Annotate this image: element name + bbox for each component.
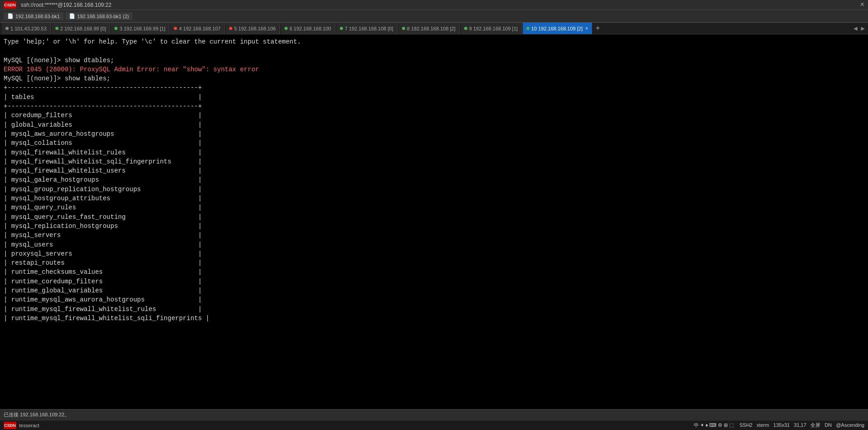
add-tab-button[interactable]: + — [593, 25, 603, 33]
tab-prev-arrow[interactable]: ◀ — [852, 25, 858, 32]
session-tab-bar: 1 101.43.230.53 2 192.168.168.99 [0] 3 1… — [0, 23, 868, 35]
terminal-line: | global_variables | — [4, 120, 864, 129]
session-tab-4[interactable]: 4 192.168.168.107 — [170, 23, 225, 34]
tab-next-arrow[interactable]: ▶ — [860, 25, 866, 32]
terminal-line: | tables | — [4, 93, 864, 102]
terminal-line: | mysql_users | — [4, 240, 864, 249]
tab-nav-arrows: ◀ ▶ — [852, 25, 866, 32]
session-tab-9[interactable]: 9 192.168.168.109 [1] — [461, 23, 522, 34]
terminal-line: | runtime_global_variables | — [4, 286, 864, 295]
session-dot-5 — [229, 27, 232, 30]
terminal-line: | mysql_collations | — [4, 138, 864, 148]
session-tab-7-label: 7 192.168.168.108 [0] — [345, 26, 393, 31]
file-tab-2-label: 192.168.168.63-bk1 (2) — [77, 14, 129, 19]
session-dot-3 — [114, 27, 118, 30]
session-dot-4 — [174, 27, 177, 30]
terminal-line: | mysql_group_replication_hostgroups | — [4, 185, 864, 194]
session-tab-2[interactable]: 2 192.168.168.99 [0] — [52, 23, 110, 34]
file-icon-2: 📄 — [69, 13, 75, 19]
file-tab-2[interactable]: 📄 192.168.168.63-bk1 (2) — [65, 12, 132, 20]
session-tab-9-label: 9 192.168.168.109 [1] — [469, 26, 518, 31]
session-tab-4-label: 4 192.168.168.107 — [179, 26, 221, 31]
terminal-line — [4, 46, 864, 55]
system-bar: CSDN tesseract 中 ✦ ♦ ⌨ ⚙ ⊞ ⬚ SSH2 xterm … — [0, 420, 868, 430]
session-tab-10[interactable]: 10 192.168.168.109 [2] × — [523, 23, 592, 34]
system-tray: 中 ✦ ♦ ⌨ ⚙ ⊞ ⬚ SSH2 xterm 135x31 31,17 全屏… — [694, 422, 864, 429]
file-tab-1-label: 192.168.168.63-bk1 — [15, 14, 60, 19]
terminal-line: | mysql_query_rules | — [4, 203, 864, 212]
terminal-line: | runtime_mysql_aws_aurora_hostgroups | — [4, 295, 864, 304]
session-dot-9 — [464, 27, 467, 30]
terminal-line: | mysql_firewall_whitelist_rules | — [4, 148, 864, 157]
terminal-line: | restapi_routes | — [4, 258, 864, 267]
title-bar: CSDN ssh://root:******@192.168.168.109:2… — [0, 0, 868, 10]
session-dot-2 — [55, 27, 59, 30]
csdn-logo-system: CSDN — [4, 422, 16, 429]
terminal-line: | mysql_galera_hostgroups | — [4, 175, 864, 184]
session-tab-7[interactable]: 7 192.168.168.108 [0] — [336, 23, 397, 34]
session-dot-6 — [284, 27, 288, 30]
session-tab-6[interactable]: 6 192.168.168.100 — [281, 23, 335, 34]
app-name-label: tesseract — [19, 423, 39, 428]
file-tab-1[interactable]: 📄 192.168.168.63-bk1 — [4, 12, 64, 20]
connection-status: 已连接 192.168.168.109:22。 — [4, 411, 69, 418]
terminal-line: | mysql_replication_hostgroups | — [4, 222, 864, 231]
terminal-line: | runtime_checksums_values | — [4, 267, 864, 277]
session-tab-6-label: 6 192.168.168.100 — [289, 26, 331, 31]
terminal-line: | runtime_mysql_firewall_whitelist_rules… — [4, 305, 864, 314]
session-tab-10-label: 10 192.168.168.109 [2] — [531, 26, 583, 31]
status-bar: 已连接 192.168.168.109:22。 — [0, 409, 868, 420]
close-icon[interactable]: × — [860, 1, 864, 9]
terminal-line: Type 'help;' or '\h' for help. Type '\c'… — [4, 37, 864, 46]
file-icon: 📄 — [7, 13, 14, 19]
session-tab-1-label: 1 101.43.230.53 — [10, 26, 47, 31]
terminal-line: +---------------------------------------… — [4, 102, 864, 111]
session-tab-2-label: 2 192.168.168.99 [0] — [60, 26, 106, 31]
terminal-line: | runtime_mysql_firewall_whitelist_sqli_… — [4, 314, 864, 323]
terminal-line: ERROR 1045 (28000): ProxySQL Admin Error… — [4, 65, 864, 74]
terminal-line: | proxysql_servers | — [4, 249, 864, 258]
session-tab-3-label: 3 192.168.168.99 [1] — [119, 26, 165, 31]
close-tab-icon[interactable]: × — [585, 26, 588, 31]
terminal-line: | mysql_hostgroup_attributes | — [4, 194, 864, 203]
session-dot-7 — [340, 27, 343, 30]
session-dot-8 — [402, 27, 405, 30]
terminal-line: | runtime_coredump_filters | — [4, 277, 864, 286]
session-dot-10 — [526, 27, 530, 30]
terminal-line: | coredump_filters | — [4, 111, 864, 120]
session-dot-1 — [5, 27, 9, 30]
terminal-line: | mysql_firewall_whitelist_users | — [4, 166, 864, 175]
terminal-line: | mysql_aws_aurora_hostgroups | — [4, 129, 864, 138]
terminal-line: | mysql_firewall_whitelist_sqli_fingerpr… — [4, 157, 864, 166]
session-tab-1[interactable]: 1 101.43.230.53 — [2, 23, 51, 34]
tray-icons: 中 ✦ ♦ ⌨ ⚙ ⊞ ⬚ SSH2 xterm 135x31 31,17 全屏… — [694, 422, 864, 429]
file-tab-bar: 📄 192.168.168.63-bk1 📄 192.168.168.63-bk… — [0, 10, 868, 23]
session-tab-8[interactable]: 8 192.168.168.108 [2] — [398, 23, 460, 34]
session-tab-8-label: 8 192.168.168.108 [2] — [407, 26, 456, 31]
terminal-line: MySQL [(none)]> show dtables; — [4, 56, 864, 65]
session-tab-5-label: 5 192.168.168.106 — [234, 26, 276, 31]
window-title: ssh://root:******@192.168.168.109:22 — [21, 2, 112, 8]
terminal-output[interactable]: Type 'help;' or '\h' for help. Type '\c'… — [0, 35, 868, 409]
terminal-line: | mysql_servers | — [4, 231, 864, 240]
session-tab-3[interactable]: 3 192.168.168.99 [1] — [111, 23, 169, 34]
terminal-line: MySQL [(none)]> show tables; — [4, 74, 864, 83]
terminal-line: | mysql_query_rules_fast_routing | — [4, 213, 864, 222]
terminal-line: +---------------------------------------… — [4, 83, 864, 92]
session-tab-5[interactable]: 5 192.168.168.106 — [226, 23, 280, 34]
csdn-logo-topbar: CSDN — [4, 1, 16, 9]
